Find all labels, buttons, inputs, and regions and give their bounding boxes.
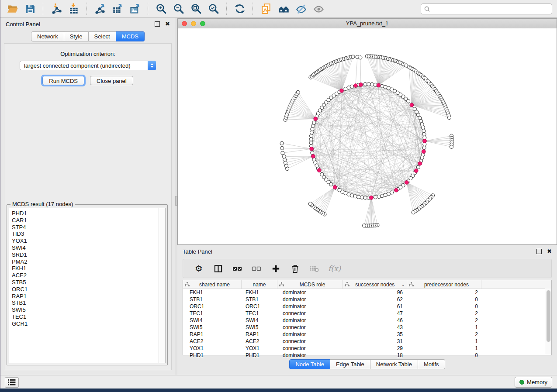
memory-button[interactable]: Memory [515,377,552,388]
close-panel-button[interactable]: Close panel [90,76,133,85]
column-header-shared-name[interactable]: shared name [183,280,242,289]
network-view-window: YPA_prune.txt_1 [177,18,557,245]
show-panels-button[interactable] [5,377,19,388]
table-settings-icon[interactable]: ⚙ [191,261,206,275]
select-all-rows-icon[interactable] [230,261,245,275]
function-builder-icon[interactable]: f(x) [328,264,341,273]
open-session-icon[interactable] [5,2,20,16]
desktop-wallpaper [0,389,557,392]
import-network-icon[interactable] [49,2,64,16]
list-item[interactable]: RAP1 [9,293,165,300]
tab-select[interactable]: Select [89,31,116,41]
table-cell: 2 [407,289,481,296]
table-row[interactable]: SWI4SWI4dominator462 [183,317,551,324]
tab-network[interactable]: Network [31,31,64,41]
list-item[interactable]: ORC1 [9,286,165,293]
zoom-out-icon[interactable] [171,2,186,16]
tab-style[interactable]: Style [64,31,89,41]
criterion-select[interactable]: largest connected component (undirected) [20,61,156,70]
add-column-icon[interactable] [268,261,283,275]
column-header-name[interactable]: name [242,280,277,289]
import-table-icon[interactable] [66,2,81,16]
run-mcds-button[interactable]: Run MCDS [42,76,84,85]
list-item[interactable]: ACE2 [9,272,165,279]
home-networks-icon[interactable] [276,2,291,16]
table-row[interactable]: PHD1PHD1dominator180 [183,352,551,359]
column-header-successor-nodes[interactable]: successor nodes ⌄ [343,280,407,289]
table-cell: 46 [343,317,407,324]
list-item[interactable]: GCR1 [9,320,165,327]
list-item[interactable]: SRD1 [9,251,165,258]
tab-motifs[interactable]: Motifs [418,359,445,369]
save-session-icon[interactable] [23,2,38,16]
tab-mcds[interactable]: MCDS [116,31,145,41]
list-item[interactable]: CAR1 [9,217,165,224]
mcds-result-list[interactable]: PHD1CAR1STP4TID3YOX1SWI4SRD1PMA2FKH1ACE2… [9,208,166,363]
close-panel-icon[interactable]: ✖ [165,22,170,26]
list-item[interactable]: SWI5 [9,306,165,313]
column-header-predecessor-nodes[interactable]: predecessor nodes [407,280,481,289]
table-cell: YOX1 [183,345,242,352]
table-cell: ACE2 [183,338,242,345]
tab-edge-table[interactable]: Edge Table [330,359,370,369]
table-cell: dominator [277,317,343,324]
search-input[interactable] [421,3,552,14]
columns-icon[interactable] [211,261,225,275]
list-item[interactable]: PMA2 [9,258,165,265]
list-item[interactable]: SWI4 [9,244,165,251]
export-network-icon[interactable] [93,2,107,16]
window-maximize-icon[interactable] [200,21,205,26]
table-toolbar: ⚙ f(x) [183,259,552,278]
window-minimize-icon[interactable] [191,21,196,26]
duplicate-network-icon[interactable] [259,2,273,16]
list-item[interactable]: STB5 [9,279,165,286]
table-row[interactable]: YOX1YOX1connector291 [183,345,551,352]
column-header-mcds-role[interactable]: MCDS role [277,280,343,289]
table-cell: YOX1 [242,345,277,352]
close-table-panel-icon[interactable]: ✖ [547,249,552,254]
table-cell: 18 [343,352,407,359]
delete-column-icon[interactable] [287,261,302,275]
delete-table-icon[interactable] [307,261,322,275]
network-window-titlebar[interactable]: YPA_prune.txt_1 [178,19,557,29]
column-menu-chevron-icon[interactable]: ⌄ [401,282,405,287]
result-list-scrollbar[interactable] [159,208,165,363]
list-item[interactable]: PHD1 [9,210,165,217]
table-row[interactable]: ORC1ORC1dominator610 [183,303,551,310]
refresh-icon[interactable] [232,2,247,16]
show-hidden-icon[interactable] [311,2,326,16]
tab-node-table[interactable]: Node Table [289,359,330,369]
float-panel-icon[interactable] [155,21,160,27]
zoom-fit-icon[interactable] [189,2,204,16]
tab-network-table[interactable]: Network Table [370,359,418,369]
hide-selected-icon[interactable] [294,2,308,16]
table-row[interactable]: RAP1RAP1dominator352 [183,331,551,338]
network-canvas[interactable] [178,28,557,244]
deselect-all-rows-icon[interactable] [249,261,264,275]
node-table: shared name name MCDS role successor nod… [183,280,552,355]
export-image-icon[interactable] [128,2,142,16]
search-field[interactable] [432,5,552,13]
table-row[interactable]: FKH1FKH1dominator962 [183,289,551,296]
list-item[interactable]: YOX1 [9,237,165,244]
table-row[interactable]: TEC1TEC1connector472 [183,310,551,317]
window-close-icon[interactable] [182,21,187,26]
table-cell: connector [277,324,343,331]
zoom-selected-icon[interactable] [206,2,221,16]
list-item[interactable]: TID3 [9,230,165,237]
float-table-panel-icon[interactable] [536,249,542,254]
list-item[interactable]: TEC1 [9,313,165,320]
table-row[interactable]: ACE2ACE2connector311 [183,338,551,345]
list-item[interactable]: STP4 [9,224,165,231]
export-table-icon[interactable] [110,2,125,16]
status-bar: Memory [0,375,557,389]
table-row[interactable]: SWI5SWI5connector431 [183,324,551,331]
table-row[interactable]: STB1STB1dominator620 [183,296,551,303]
table-scrollbar-thumb[interactable] [547,290,550,342]
table-scrollbar[interactable] [545,289,551,355]
zoom-in-icon[interactable] [154,2,169,16]
list-item[interactable]: FKH1 [9,265,165,272]
list-item[interactable]: STB1 [9,299,165,306]
table-cell: dominator [277,296,343,303]
table-panel-title: Table Panel [183,248,212,255]
